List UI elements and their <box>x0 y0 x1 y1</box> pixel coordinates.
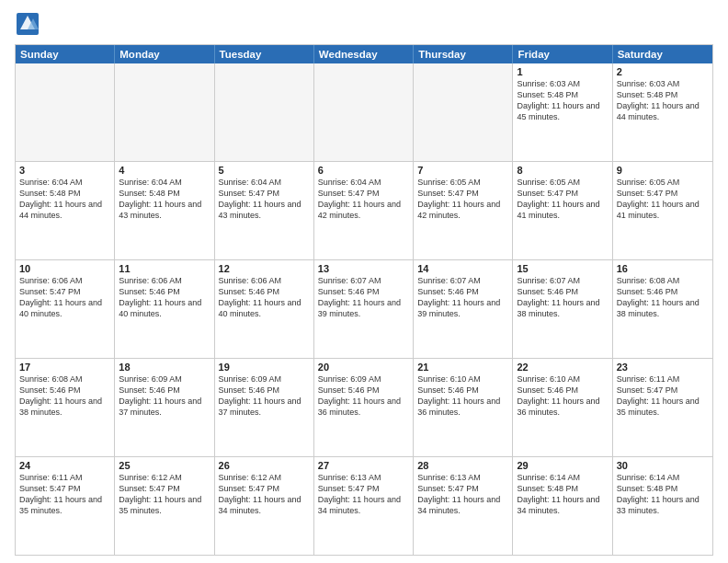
cal-header-saturday: Saturday <box>613 45 712 63</box>
cell-info: Sunrise: 6:06 AMSunset: 5:46 PMDaylight:… <box>119 275 210 320</box>
cal-cell: 12Sunrise: 6:06 AMSunset: 5:46 PMDayligh… <box>215 260 314 358</box>
cell-info: Sunrise: 6:06 AMSunset: 5:46 PMDaylight:… <box>219 275 310 320</box>
calendar-body: 1Sunrise: 6:03 AMSunset: 5:48 PMDaylight… <box>16 63 712 555</box>
cal-week-5: 24Sunrise: 6:11 AMSunset: 5:47 PMDayligh… <box>16 456 712 555</box>
day-number: 2 <box>617 66 709 77</box>
day-number: 25 <box>119 460 210 471</box>
cell-info: Sunrise: 6:12 AMSunset: 5:47 PMDaylight:… <box>219 472 310 517</box>
cal-header-thursday: Thursday <box>414 45 513 63</box>
cal-cell: 27Sunrise: 6:13 AMSunset: 5:47 PMDayligh… <box>314 457 414 555</box>
day-number: 11 <box>119 263 210 274</box>
cell-info: Sunrise: 6:14 AMSunset: 5:48 PMDaylight:… <box>617 472 709 517</box>
day-number: 21 <box>417 362 508 373</box>
cal-cell: 14Sunrise: 6:07 AMSunset: 5:46 PMDayligh… <box>414 260 513 358</box>
cell-info: Sunrise: 6:07 AMSunset: 5:46 PMDaylight:… <box>318 275 409 320</box>
day-number: 6 <box>318 165 409 176</box>
cal-cell: 20Sunrise: 6:09 AMSunset: 5:46 PMDayligh… <box>314 359 414 456</box>
cal-header-wednesday: Wednesday <box>314 45 414 63</box>
day-number: 8 <box>517 165 608 176</box>
day-number: 20 <box>318 362 409 373</box>
day-number: 29 <box>517 460 608 471</box>
day-number: 14 <box>417 263 508 274</box>
cal-cell: 19Sunrise: 6:09 AMSunset: 5:46 PMDayligh… <box>215 359 314 456</box>
cal-cell: 8Sunrise: 6:05 AMSunset: 5:47 PMDaylight… <box>513 162 612 259</box>
cell-info: Sunrise: 6:09 AMSunset: 5:46 PMDaylight:… <box>119 373 210 419</box>
cal-cell: 30Sunrise: 6:14 AMSunset: 5:48 PMDayligh… <box>613 457 712 555</box>
cal-cell: 5Sunrise: 6:04 AMSunset: 5:47 PMDaylight… <box>215 162 314 259</box>
cal-cell: 29Sunrise: 6:14 AMSunset: 5:48 PMDayligh… <box>513 457 612 555</box>
cell-info: Sunrise: 6:04 AMSunset: 5:47 PMDaylight:… <box>219 177 310 222</box>
cal-cell: 6Sunrise: 6:04 AMSunset: 5:47 PMDaylight… <box>314 162 414 259</box>
day-number: 17 <box>19 362 110 373</box>
cal-cell: 4Sunrise: 6:04 AMSunset: 5:48 PMDaylight… <box>115 162 214 259</box>
cal-cell: 21Sunrise: 6:10 AMSunset: 5:46 PMDayligh… <box>414 359 513 456</box>
cell-info: Sunrise: 6:08 AMSunset: 5:46 PMDaylight:… <box>617 275 709 320</box>
logo-icon <box>15 11 40 37</box>
cell-info: Sunrise: 6:07 AMSunset: 5:46 PMDaylight:… <box>517 275 608 320</box>
day-number: 9 <box>617 165 709 176</box>
day-number: 18 <box>119 362 210 373</box>
cal-cell <box>414 63 513 161</box>
cell-info: Sunrise: 6:04 AMSunset: 5:48 PMDaylight:… <box>119 177 210 222</box>
cal-cell: 28Sunrise: 6:13 AMSunset: 5:47 PMDayligh… <box>414 457 513 555</box>
cal-week-1: 1Sunrise: 6:03 AMSunset: 5:48 PMDaylight… <box>16 63 712 161</box>
day-number: 13 <box>318 263 409 274</box>
cell-info: Sunrise: 6:03 AMSunset: 5:48 PMDaylight:… <box>517 78 608 123</box>
cell-info: Sunrise: 6:04 AMSunset: 5:48 PMDaylight:… <box>19 177 110 222</box>
cell-info: Sunrise: 6:04 AMSunset: 5:47 PMDaylight:… <box>318 177 409 222</box>
cal-cell: 15Sunrise: 6:07 AMSunset: 5:46 PMDayligh… <box>513 260 612 358</box>
cal-cell: 10Sunrise: 6:06 AMSunset: 5:47 PMDayligh… <box>16 260 115 358</box>
cal-cell: 2Sunrise: 6:03 AMSunset: 5:48 PMDaylight… <box>613 63 712 161</box>
cal-cell: 11Sunrise: 6:06 AMSunset: 5:46 PMDayligh… <box>115 260 214 358</box>
header <box>15 11 713 37</box>
cell-info: Sunrise: 6:13 AMSunset: 5:47 PMDaylight:… <box>417 472 508 517</box>
cal-cell: 7Sunrise: 6:05 AMSunset: 5:47 PMDaylight… <box>414 162 513 259</box>
day-number: 7 <box>417 165 508 176</box>
cal-cell: 24Sunrise: 6:11 AMSunset: 5:47 PMDayligh… <box>16 457 115 555</box>
day-number: 1 <box>517 66 608 77</box>
cell-info: Sunrise: 6:12 AMSunset: 5:47 PMDaylight:… <box>119 472 210 517</box>
cell-info: Sunrise: 6:10 AMSunset: 5:46 PMDaylight:… <box>517 373 608 419</box>
cell-info: Sunrise: 6:06 AMSunset: 5:47 PMDaylight:… <box>19 275 110 320</box>
cell-info: Sunrise: 6:05 AMSunset: 5:47 PMDaylight:… <box>517 177 608 222</box>
cal-cell <box>115 63 214 161</box>
day-number: 3 <box>19 165 110 176</box>
cal-cell <box>314 63 414 161</box>
cal-cell: 25Sunrise: 6:12 AMSunset: 5:47 PMDayligh… <box>115 457 214 555</box>
cal-cell <box>215 63 314 161</box>
cell-info: Sunrise: 6:11 AMSunset: 5:47 PMDaylight:… <box>617 373 709 419</box>
cal-cell: 22Sunrise: 6:10 AMSunset: 5:46 PMDayligh… <box>513 359 612 456</box>
day-number: 23 <box>617 362 709 373</box>
day-number: 15 <box>517 263 608 274</box>
cal-week-4: 17Sunrise: 6:08 AMSunset: 5:46 PMDayligh… <box>16 358 712 456</box>
day-number: 10 <box>19 263 110 274</box>
cal-cell: 26Sunrise: 6:12 AMSunset: 5:47 PMDayligh… <box>215 457 314 555</box>
cell-info: Sunrise: 6:13 AMSunset: 5:47 PMDaylight:… <box>318 472 409 517</box>
cell-info: Sunrise: 6:05 AMSunset: 5:47 PMDaylight:… <box>617 177 709 222</box>
day-number: 24 <box>19 460 110 471</box>
day-number: 12 <box>219 263 310 274</box>
cal-cell: 23Sunrise: 6:11 AMSunset: 5:47 PMDayligh… <box>613 359 712 456</box>
day-number: 27 <box>318 460 409 471</box>
cal-week-2: 3Sunrise: 6:04 AMSunset: 5:48 PMDaylight… <box>16 161 712 259</box>
cell-info: Sunrise: 6:08 AMSunset: 5:46 PMDaylight:… <box>19 373 110 419</box>
cell-info: Sunrise: 6:09 AMSunset: 5:46 PMDaylight:… <box>318 373 409 419</box>
day-number: 22 <box>517 362 608 373</box>
cell-info: Sunrise: 6:11 AMSunset: 5:47 PMDaylight:… <box>19 472 110 517</box>
day-number: 28 <box>417 460 508 471</box>
calendar-header: SundayMondayTuesdayWednesdayThursdayFrid… <box>16 45 712 63</box>
cal-header-tuesday: Tuesday <box>215 45 314 63</box>
cell-info: Sunrise: 6:10 AMSunset: 5:46 PMDaylight:… <box>417 373 508 419</box>
cal-week-3: 10Sunrise: 6:06 AMSunset: 5:47 PMDayligh… <box>16 259 712 358</box>
cal-cell: 17Sunrise: 6:08 AMSunset: 5:46 PMDayligh… <box>16 359 115 456</box>
cal-header-monday: Monday <box>115 45 214 63</box>
cal-cell <box>16 63 115 161</box>
day-number: 16 <box>617 263 709 274</box>
cal-header-friday: Friday <box>513 45 612 63</box>
cell-info: Sunrise: 6:03 AMSunset: 5:48 PMDaylight:… <box>617 78 709 123</box>
cell-info: Sunrise: 6:05 AMSunset: 5:47 PMDaylight:… <box>417 177 508 222</box>
day-number: 5 <box>219 165 310 176</box>
logo <box>15 11 44 37</box>
day-number: 4 <box>119 165 210 176</box>
day-number: 30 <box>617 460 709 471</box>
